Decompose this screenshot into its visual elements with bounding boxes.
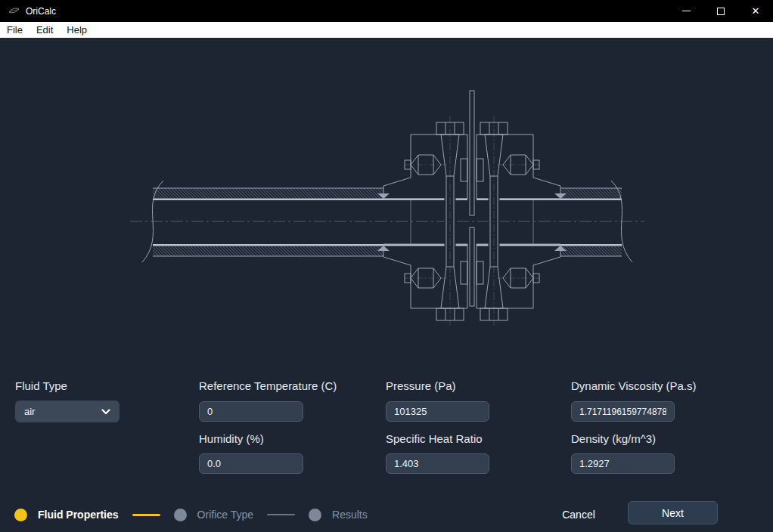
step-label-orifice-type: Orifice Type xyxy=(197,509,253,521)
menu-help[interactable]: Help xyxy=(60,23,94,37)
fluid-type-select[interactable]: air xyxy=(15,401,120,422)
fluid-type-value: air xyxy=(24,406,35,417)
step-connector-1 xyxy=(132,514,160,516)
chevron-down-icon xyxy=(101,409,110,415)
step-connector-2 xyxy=(267,514,295,515)
close-icon: ✕ xyxy=(752,5,760,17)
step-label-fluid-properties: Fluid Properties xyxy=(38,509,119,521)
cancel-button[interactable]: Cancel xyxy=(554,504,603,525)
fluid-type-label: Fluid Type xyxy=(15,379,67,392)
humidity-input[interactable] xyxy=(199,453,303,474)
density-input[interactable] xyxy=(571,453,675,474)
maximize-icon xyxy=(717,8,725,15)
step-dot-orifice-type xyxy=(174,509,187,521)
reference-temperature-input[interactable] xyxy=(199,401,303,422)
reference-temperature-label: Reference Temperature (C) xyxy=(199,379,337,392)
dynamic-viscosity-label: Dynamic Viscosity (Pa.s) xyxy=(571,379,697,392)
density-label: Density (kg/m^3) xyxy=(571,432,656,445)
menu-edit[interactable]: Edit xyxy=(29,23,60,37)
app-icon xyxy=(8,5,20,17)
pressure-input[interactable] xyxy=(386,401,489,422)
minimize-icon xyxy=(682,11,691,11)
close-button[interactable]: ✕ xyxy=(738,0,773,22)
step-dot-fluid-properties xyxy=(14,509,27,521)
specific-heat-ratio-input[interactable] xyxy=(386,453,489,474)
specific-heat-ratio-label: Specific Heat Ratio xyxy=(386,432,483,445)
humidity-label: Humidity (%) xyxy=(199,432,264,445)
maximize-button[interactable] xyxy=(703,0,738,22)
minimize-button[interactable] xyxy=(669,0,703,22)
wizard-footer: Fluid Properties Orifice Type Results Ca… xyxy=(0,497,773,532)
menu-file[interactable]: File xyxy=(0,23,29,37)
pressure-label: Pressure (Pa) xyxy=(386,379,456,392)
title-bar: OriCalc ✕ xyxy=(0,0,773,22)
dynamic-viscosity-input[interactable] xyxy=(571,401,675,422)
next-button[interactable]: Next xyxy=(628,501,718,524)
main-area: Fluid Type air Reference Temperature (C)… xyxy=(0,39,773,532)
step-label-results: Results xyxy=(332,509,368,521)
orifice-flange-diagram xyxy=(130,87,644,327)
menu-bar: File Edit Help xyxy=(0,22,773,39)
step-dot-results xyxy=(309,509,321,521)
window-title: OriCalc xyxy=(26,6,669,17)
